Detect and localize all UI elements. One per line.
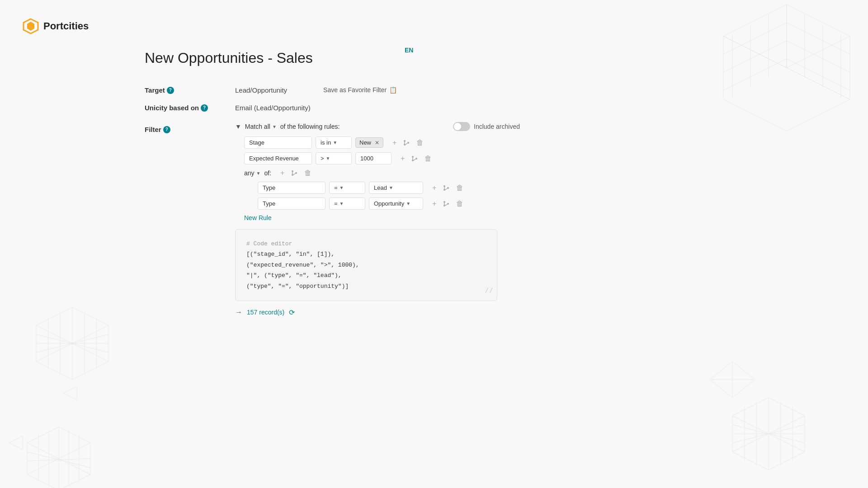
any-of-dropdown[interactable]: any ▼: [244, 169, 260, 177]
svg-line-28: [36, 334, 108, 352]
svg-point-74: [447, 187, 449, 189]
sub-rule1-operator[interactable]: = ▼: [329, 182, 365, 194]
any-of-section: any ▼ of: + 🗑: [244, 168, 520, 210]
code-line1: [("stage_id", "in", [1]),: [246, 249, 486, 259]
svg-marker-2: [723, 36, 850, 131]
any-of-branch-button[interactable]: [289, 169, 300, 178]
sub-rule2-actions: + 🗑: [430, 199, 465, 209]
svg-point-72: [443, 185, 445, 187]
svg-point-58: [404, 144, 406, 145]
svg-point-59: [407, 142, 409, 144]
code-line3: "|", ("type", "=", "lead"),: [246, 270, 486, 281]
svg-line-4: [787, 36, 850, 68]
any-of-header: any ▼ of: + 🗑: [244, 168, 520, 178]
svg-line-14: [723, 59, 787, 90]
sub-rule1-delete-button[interactable]: 🗑: [454, 183, 465, 193]
svg-point-57: [404, 140, 406, 142]
filter-rules: Stage is in ▼ New ✕ +: [244, 136, 520, 210]
unicity-help-icon[interactable]: ?: [201, 104, 208, 112]
save-icon: 📋: [389, 86, 397, 94]
target-row: Target ? Lead/Opportunity Save as Favori…: [145, 84, 520, 94]
any-of-arrow: ▼: [256, 171, 261, 176]
unicity-value: Email (Lead/Opportunity): [235, 102, 311, 112]
any-of-delete-button[interactable]: 🗑: [302, 168, 313, 178]
sub-rule1-add-button[interactable]: +: [430, 183, 438, 193]
sub-rule1-value[interactable]: Lead ▼: [369, 182, 423, 194]
svg-line-33: [27, 443, 90, 474]
rule2-field[interactable]: Expected Revenue: [244, 152, 312, 164]
svg-point-69: [295, 172, 297, 174]
svg-marker-18: [36, 307, 108, 380]
include-archived-container: Include archived: [453, 122, 520, 131]
records-row: → 157 record(s) ⟳: [235, 308, 520, 317]
save-favorite-button[interactable]: Save as Favorite Filter 📋: [323, 84, 397, 94]
records-count[interactable]: 157 record(s): [247, 309, 284, 316]
svg-point-68: [292, 174, 293, 176]
svg-line-26: [36, 334, 108, 352]
sub-rule2-delete-button[interactable]: 🗑: [454, 199, 465, 209]
rule1-delete-button[interactable]: 🗑: [415, 138, 425, 148]
rule2-add-button[interactable]: +: [399, 154, 406, 164]
any-of-add-button[interactable]: +: [278, 168, 286, 178]
rule1-operator[interactable]: is in ▼: [316, 136, 352, 149]
filter-row: Filter ? ▼ Match all ▼ of the following …: [145, 122, 520, 317]
filter-label-col: Filter ?: [145, 122, 226, 133]
records-arrow-icon: →: [235, 308, 242, 316]
svg-line-52: [732, 425, 805, 443]
rule2-value[interactable]: 1000: [355, 152, 392, 164]
svg-line-71: [293, 174, 295, 175]
target-value: Lead/Opportunity: [235, 84, 287, 94]
sub-rule2-value-arrow: ▼: [406, 201, 410, 206]
svg-marker-41: [710, 361, 755, 398]
refresh-icon[interactable]: ⟳: [289, 308, 295, 317]
svg-line-46: [732, 416, 805, 452]
filter-collapse-icon[interactable]: ▼: [235, 123, 241, 130]
logo-icon: [23, 18, 39, 34]
svg-line-11: [787, 59, 850, 90]
rule2-branch-button[interactable]: [409, 154, 420, 163]
filter-rule-revenue: Expected Revenue > ▼ 1000 + 🗑: [244, 152, 520, 164]
svg-line-9: [787, 23, 850, 54]
code-line4: ("type", "=", "opportunity")]: [246, 281, 486, 291]
target-help-icon[interactable]: ?: [167, 87, 174, 94]
svg-marker-30: [9, 436, 23, 450]
code-resize-handle[interactable]: ∕∕: [485, 285, 493, 298]
any-of-actions: + 🗑: [278, 168, 313, 178]
sub-rule2-branch-button[interactable]: [441, 199, 452, 208]
sub-rule2-add-button[interactable]: +: [430, 199, 438, 209]
rule1-value-remove-icon[interactable]: ✕: [375, 140, 379, 146]
sub-rule2-field[interactable]: Type: [258, 197, 326, 210]
sub-rule2-value[interactable]: Opportunity ▼: [369, 197, 423, 210]
code-comment: # Code editor: [246, 239, 486, 249]
svg-marker-56: [27, 22, 34, 31]
sub-rule1-actions: + 🗑: [430, 183, 465, 193]
svg-point-62: [412, 156, 414, 158]
any-of-rule-type-opportunity: Type = ▼ Opportunity ▼ +: [258, 197, 520, 210]
filter-help-icon[interactable]: ?: [163, 126, 170, 133]
svg-point-79: [447, 203, 449, 205]
rule1-branch-button[interactable]: [401, 138, 412, 147]
match-dropdown[interactable]: Match all ▼: [245, 123, 277, 130]
svg-line-76: [445, 188, 447, 190]
logo-text: Portcities: [43, 20, 89, 32]
svg-marker-29: [63, 386, 77, 400]
rule1-add-button[interactable]: +: [391, 138, 398, 148]
rule2-operator[interactable]: > ▼: [316, 152, 352, 164]
svg-line-66: [414, 159, 415, 160]
unicity-label: Unicity based on ?: [145, 102, 226, 112]
svg-point-73: [443, 189, 445, 191]
decoration-top-right: [696, 0, 868, 136]
rule1-field[interactable]: Stage: [244, 136, 312, 149]
include-archived-toggle[interactable]: [453, 122, 470, 131]
sub-rule2-operator[interactable]: = ▼: [329, 197, 365, 210]
svg-marker-1: [723, 5, 787, 68]
sub-rule1-branch-button[interactable]: [441, 183, 452, 192]
form-section: Target ? Lead/Opportunity Save as Favori…: [145, 84, 520, 317]
rule2-delete-button[interactable]: 🗑: [423, 154, 434, 164]
sub-rule1-field[interactable]: Type: [258, 182, 326, 194]
unicity-row: Unicity based on ? Email (Lead/Opportuni…: [145, 102, 520, 112]
svg-line-21: [36, 325, 108, 361]
new-rule-button[interactable]: New Rule: [244, 214, 272, 221]
svg-line-5: [723, 36, 787, 68]
svg-line-81: [445, 204, 447, 206]
